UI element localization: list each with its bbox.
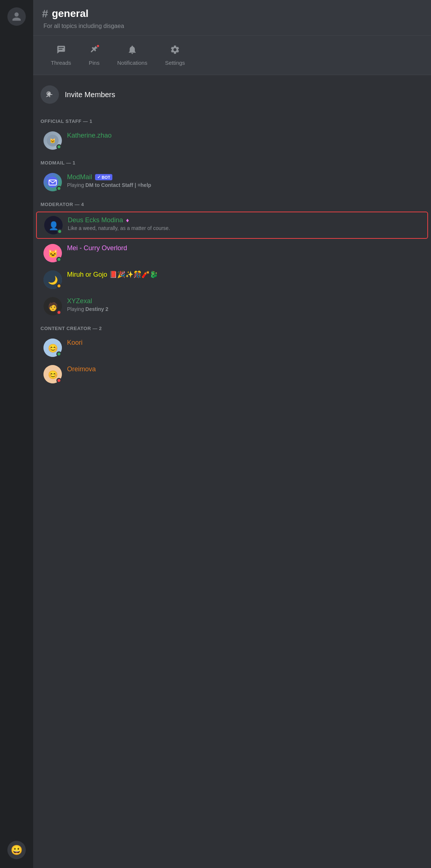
modmail-status-bold: DM to Contact Staff | =help <box>85 182 151 188</box>
threads-label: Threads <box>51 60 71 66</box>
member-row-koori[interactable]: 😊 Koori <box>36 335 428 361</box>
channel-header: # general For all topics including disga… <box>33 0 431 36</box>
bot-badge-modmail: ✓ BOT <box>95 174 112 180</box>
svg-text:🌙: 🌙 <box>48 275 58 285</box>
member-row-miruh[interactable]: 🌙 Miruh or Gojo 📕🎉✨🎊🧨🐉 <box>36 267 428 293</box>
main-panel: # general For all topics including disga… <box>33 0 431 868</box>
member-info-mei: Mei - Curry Overlord <box>67 244 421 252</box>
svg-text:🐱: 🐱 <box>50 138 56 144</box>
notifications-label: Notifications <box>117 60 147 66</box>
avatar-wrapper-modmail <box>43 173 62 191</box>
status-dot-katherine <box>56 144 62 149</box>
svg-text:👤: 👤 <box>49 221 59 231</box>
bot-label: BOT <box>102 175 110 180</box>
avatar-wrapper-oreimova: 😊 <box>43 365 62 383</box>
svg-text:😊: 😊 <box>48 370 58 380</box>
member-info-katherine: Katherine.zhao <box>67 131 421 140</box>
member-status-deus: Like a weed, naturally, as a matter of c… <box>68 225 420 231</box>
member-name-oreimova: Oreimova <box>67 365 96 373</box>
toolbar: Threads Pins Notifications <box>33 36 431 75</box>
status-dot-xyzexal <box>56 310 62 315</box>
member-status-modmail: Playing DM to Contact Staff | =help <box>67 182 421 188</box>
member-info-koori: Koori <box>67 339 421 347</box>
hash-icon: # <box>42 7 48 20</box>
invite-icon <box>41 85 59 104</box>
status-dot-oreimova <box>56 378 62 383</box>
channel-description: For all topics including disgaea <box>43 23 422 29</box>
settings-label: Settings <box>165 60 185 66</box>
svg-text:😊: 😊 <box>48 343 58 353</box>
toolbar-item-threads[interactable]: Threads <box>42 42 80 69</box>
member-row-xyzexal[interactable]: 🧑 XYZexal Playing Destiny 2 <box>36 293 428 319</box>
role-header-official-staff: OFFICIAL STAFF — 1 <box>33 113 431 127</box>
bot-check-icon: ✓ <box>97 175 101 180</box>
bottom-padding <box>33 388 431 403</box>
notifications-icon <box>127 45 137 57</box>
avatar-wrapper-mei: 🐱 <box>43 244 62 262</box>
member-info-oreimova: Oreimova <box>67 365 421 373</box>
member-row-katherine[interactable]: 🐱 Katherine.zhao <box>36 128 428 153</box>
member-row-mei[interactable]: 🐱 Mei - Curry Overlord <box>36 240 428 266</box>
avatar-wrapper-xyzexal: 🧑 <box>43 297 62 315</box>
member-name-miruh: Miruh or Gojo 📕🎉✨🎊🧨🐉 <box>67 270 158 279</box>
emoji-button[interactable]: 😀 <box>7 841 26 859</box>
pins-icon <box>89 45 99 57</box>
status-dot-koori <box>56 351 62 357</box>
crown-icon-deus: ♦ <box>126 217 129 224</box>
status-dot-mei <box>56 257 62 262</box>
invite-members-row[interactable]: Invite Members <box>33 81 431 108</box>
member-info-modmail: ModMail ✓ BOT Playing DM to Contact Staf… <box>67 173 421 188</box>
invite-members-text: Invite Members <box>65 91 115 99</box>
toolbar-item-pins[interactable]: Pins <box>80 42 108 69</box>
member-row-deus[interactable]: 👤 Deus Ecks Modina ♦ Like a weed, natura… <box>36 212 428 239</box>
member-name-koori: Koori <box>67 339 83 347</box>
member-status-xyzexal: Playing Destiny 2 <box>67 306 421 312</box>
role-header-content-creator: CONTENT CREATOR — 2 <box>33 320 431 334</box>
member-name-xyzexal: XYZexal <box>67 297 92 305</box>
member-name-modmail: ModMail <box>67 173 92 181</box>
role-header-moderator: MODERATOR — 4 <box>33 196 431 210</box>
member-info-deus: Deus Ecks Modina ♦ Like a weed, naturall… <box>68 216 420 231</box>
channel-name: general <box>52 8 89 20</box>
avatar-wrapper-koori: 😊 <box>43 339 62 357</box>
sidebar-strip: 😀 <box>0 0 33 868</box>
member-name-deus: Deus Ecks Modina <box>68 216 123 224</box>
user-avatar-icon[interactable] <box>7 7 26 26</box>
toolbar-item-settings[interactable]: Settings <box>156 42 194 69</box>
member-info-miruh: Miruh or Gojo 📕🎉✨🎊🧨🐉 <box>67 270 421 279</box>
svg-text:🐱: 🐱 <box>48 249 58 259</box>
member-name-mei: Mei - Curry Overlord <box>67 244 127 252</box>
threads-icon <box>56 45 66 57</box>
pins-notification-dot <box>96 44 100 48</box>
members-panel: Invite Members OFFICIAL STAFF — 1 🐱 Kath… <box>33 75 431 868</box>
xyzexal-status-bold: Destiny 2 <box>85 306 108 312</box>
toolbar-item-notifications[interactable]: Notifications <box>108 42 156 69</box>
status-dot-deus <box>57 229 62 234</box>
member-row-modmail[interactable]: ModMail ✓ BOT Playing DM to Contact Staf… <box>36 169 428 195</box>
avatar-wrapper-miruh: 🌙 <box>43 270 62 289</box>
role-header-modmail: MODMAIL — 1 <box>33 154 431 169</box>
svg-text:🧑: 🧑 <box>48 302 58 312</box>
avatar-wrapper-deus: 👤 <box>44 216 63 234</box>
member-info-xyzexal: XYZexal Playing Destiny 2 <box>67 297 421 312</box>
member-row-oreimova[interactable]: 😊 Oreimova <box>36 361 428 387</box>
status-dot-miruh <box>56 283 62 288</box>
avatar-wrapper-katherine: 🐱 <box>43 131 62 150</box>
member-name-katherine: Katherine.zhao <box>67 131 112 140</box>
status-dot-modmail <box>56 186 62 191</box>
pins-label: Pins <box>89 60 99 66</box>
settings-icon <box>170 45 180 57</box>
